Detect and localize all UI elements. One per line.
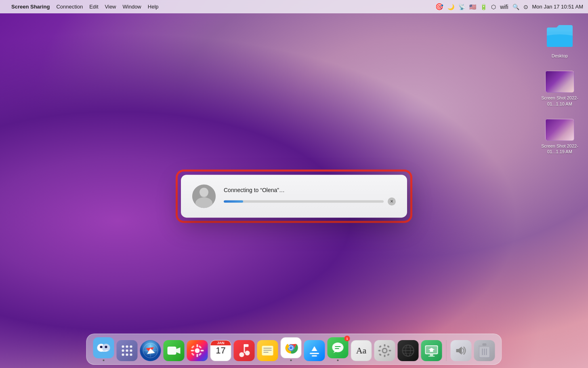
progress-bar-fill	[224, 200, 243, 203]
messages-dot	[337, 360, 339, 361]
svg-point-35	[239, 352, 244, 357]
connecting-dialog-overlay: Connecting to “Olena”… ×	[176, 169, 412, 223]
connecting-dialog: Connecting to “Olena”… ×	[181, 175, 407, 218]
svg-point-11	[122, 349, 124, 352]
calendar-inner: JAN 17	[211, 341, 231, 356]
dock-app-finder	[93, 337, 114, 358]
battery-icon[interactable]: 🔋	[480, 4, 487, 10]
dock-app-music	[234, 340, 255, 361]
svg-rect-55	[384, 344, 386, 347]
screenshot-1-icon[interactable]: Screen Shot 2022-01...1.10 AM	[540, 71, 580, 107]
dock-item-messages[interactable]: 1	[328, 337, 349, 361]
dock-app-notes	[257, 340, 278, 361]
focus-icon[interactable]: 🎯	[435, 3, 443, 11]
dock-app-trash	[474, 340, 495, 361]
svg-rect-29	[191, 350, 194, 351]
svg-point-46	[290, 346, 293, 349]
dock-app-calendar: JAN 17	[210, 340, 231, 361]
dock-item-volume[interactable]	[451, 340, 472, 361]
chrome-dot	[290, 360, 292, 361]
dock-item-safari[interactable]	[140, 340, 161, 361]
menu-help[interactable]: Help	[148, 4, 159, 10]
svg-point-1	[200, 189, 208, 197]
screenshot-1-label: Screen Shot 2022-01...1.10 AM	[540, 95, 580, 107]
svg-marker-25	[176, 347, 181, 354]
dock-item-screensharing[interactable]	[421, 340, 442, 361]
bluetooth-icon[interactable]: ⬡	[491, 4, 496, 10]
svg-point-13	[130, 349, 132, 352]
progress-container: ×	[224, 197, 396, 205]
svg-rect-28	[197, 354, 198, 357]
svg-point-10	[130, 345, 132, 348]
dock-separator	[446, 340, 447, 361]
flag-icon[interactable]: 🇺🇸	[469, 4, 476, 10]
svg-rect-24	[168, 347, 176, 355]
moon-icon[interactable]: 🌙	[447, 4, 454, 10]
svg-rect-57	[378, 350, 381, 351]
folder-label: Desktop	[552, 53, 568, 59]
dock-app-sysprefs	[374, 340, 395, 361]
dock-item-notes[interactable]	[257, 340, 278, 361]
progress-bar-wrapper	[224, 200, 384, 203]
finder-dot	[103, 360, 105, 361]
dock-item-calendar[interactable]: JAN 17	[210, 340, 231, 361]
dock-app-safari	[140, 340, 161, 361]
folder-image	[545, 21, 574, 51]
svg-rect-62	[387, 353, 390, 356]
menu-view[interactable]: View	[105, 4, 116, 10]
svg-rect-27	[197, 344, 198, 347]
desktop-icons: Desktop Screen Shot 2022-01...1.10 AM Sc…	[540, 21, 580, 154]
svg-rect-33	[191, 353, 194, 356]
menubar-right: 🎯 🌙 📡 🇺🇸 🔋 ⬡ wifi 🔍 ⊙ Mon Jan 17 10:51 A…	[435, 3, 583, 11]
airdrop-icon[interactable]: 📡	[458, 4, 465, 10]
svg-rect-70	[430, 354, 433, 356]
dock-item-appstore[interactable]	[304, 340, 325, 361]
menu-window[interactable]: Window	[123, 4, 141, 10]
search-icon[interactable]: 🔍	[512, 4, 519, 10]
svg-point-15	[126, 353, 128, 356]
control-center-icon[interactable]: ⊙	[523, 4, 528, 10]
menu-edit[interactable]: Edit	[89, 4, 98, 10]
dock-item-facetime[interactable]	[164, 340, 185, 361]
menubar-left: Screen Sharing Connection Edit View Wind…	[5, 4, 159, 10]
calendar-date: 17	[216, 345, 225, 356]
svg-point-16	[130, 353, 132, 356]
svg-point-26	[195, 348, 200, 353]
desktop-folder-icon[interactable]: Desktop	[540, 21, 580, 59]
svg-point-14	[122, 353, 124, 356]
svg-point-6	[100, 346, 103, 348]
dock-item-launchpad[interactable]	[117, 340, 138, 361]
svg-point-8	[122, 345, 124, 348]
svg-rect-38	[244, 344, 249, 347]
menubar-time: Mon Jan 17 10:51 AM	[532, 4, 583, 10]
dock-app-messages: 1	[328, 337, 349, 358]
menu-connection[interactable]: Connection	[56, 4, 83, 10]
dock-item-sysprefs[interactable]	[374, 340, 395, 361]
wifi-icon[interactable]: wifi	[500, 4, 508, 10]
app-name[interactable]: Screen Sharing	[11, 4, 50, 10]
dock-item-music[interactable]	[234, 340, 255, 361]
screenshot-2-icon[interactable]: Screen Shot 2022-01...1.19 AM	[540, 119, 580, 155]
cancel-button[interactable]: ×	[388, 197, 396, 205]
svg-rect-61	[379, 353, 382, 356]
dock-item-trash[interactable]	[474, 340, 495, 361]
dock-item-finder[interactable]	[93, 337, 114, 361]
dock-item-chrome[interactable]	[281, 337, 302, 361]
svg-rect-59	[379, 345, 382, 348]
svg-rect-58	[389, 350, 391, 351]
dock-item-photos[interactable]	[187, 340, 208, 361]
screenshot-2-image	[545, 119, 574, 141]
dock-app-appstore	[304, 340, 325, 361]
dialog-border: Connecting to “Olena”… ×	[176, 169, 412, 223]
dialog-title: Connecting to “Olena”…	[224, 187, 396, 193]
dock-item-wwweb[interactable]	[398, 340, 419, 361]
dock-app-photos	[187, 340, 208, 361]
svg-rect-31	[191, 345, 194, 349]
svg-point-54	[383, 349, 386, 352]
dock: JAN 17	[86, 334, 502, 365]
svg-rect-56	[384, 355, 386, 357]
dock-item-dictionary[interactable]: Aa	[351, 340, 372, 361]
svg-marker-73	[459, 347, 462, 355]
dock-app-dictionary: Aa	[351, 340, 372, 361]
svg-point-7	[105, 346, 107, 348]
